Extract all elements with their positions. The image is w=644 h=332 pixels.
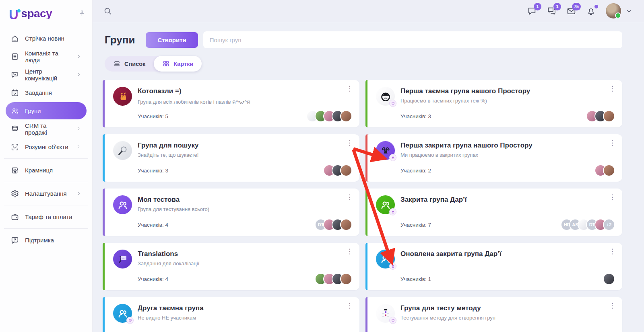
group-avatar: [376, 195, 395, 214]
members-avatar-stack: [586, 110, 615, 122]
card-menu-button[interactable]: ⋮: [344, 84, 355, 94]
logo-row: Uspacy: [0, 5, 92, 29]
communications-icon: [10, 70, 19, 79]
group-card-body: Перша закрита група нашого ПросторуМи пр…: [400, 141, 615, 176]
sidebar-item-label: Групи: [25, 107, 41, 114]
user-avatar[interactable]: [606, 3, 621, 18]
group-card[interactable]: Друга таємна групаНе видно НЕ учасникам⋮: [103, 297, 359, 332]
members-count-label: Учасників: 3: [400, 113, 431, 119]
cards-column: Котопазли =)Група для всіх любителів кот…: [103, 80, 359, 332]
sidebar-item-label: Центр комунікацій: [25, 68, 70, 82]
card-menu-button[interactable]: ⋮: [344, 246, 355, 256]
notifications-button[interactable]: [586, 6, 596, 16]
members-avatar-stack: DT: [315, 219, 352, 231]
group-card-members-row: Учасників: 4: [138, 273, 352, 285]
group-card[interactable]: TranslationsЗавдання для локалізаціїУчас…: [103, 243, 359, 290]
notification-badge: 1: [553, 3, 561, 10]
group-card[interactable]: Котопазли =)Група для всіх любителів кот…: [103, 80, 359, 127]
group-card-description: Група для всіх любителів котів і пазлів …: [138, 98, 352, 106]
group-card-body: Перша таємна група нашого ПросторуПрацює…: [400, 86, 615, 122]
card-menu-button[interactable]: ⋮: [344, 138, 355, 148]
sidebar-item-communications[interactable]: Центр комунікацій: [6, 66, 87, 83]
sidebar-item-groups[interactable]: Групи: [6, 102, 87, 119]
group-card-members-row: Учасників: 5: [138, 110, 352, 122]
sidebar-item-label: Підтримка: [25, 237, 54, 244]
group-card[interactable]: Оновлена закрита група Дар’їУчасників: 1…: [365, 243, 622, 290]
sidebar-item-company[interactable]: Компанія та люди: [6, 48, 87, 65]
sidebar-divider: [4, 182, 88, 182]
sidebar-item-billing[interactable]: Тариф та оплата: [6, 208, 87, 225]
group-card[interactable]: Перша таємна група нашого ПросторуПрацює…: [365, 80, 622, 127]
group-search-input[interactable]: [203, 31, 622, 48]
list-icon: [113, 60, 121, 68]
sidebar-item-crm[interactable]: CRM та продажі: [6, 120, 87, 137]
member-avatar: [340, 273, 352, 285]
page-title: Групи: [105, 34, 135, 46]
logo-text: spacy: [21, 8, 52, 19]
group-avatar: [376, 250, 395, 268]
group-card[interactable]: Перша закрита група нашого ПросторуМи пр…: [365, 134, 622, 182]
sidebar-item-tasks[interactable]: Завдання: [6, 84, 87, 101]
search-icon[interactable]: [103, 6, 112, 16]
group-avatar: [113, 141, 132, 160]
secret-icon: [389, 317, 396, 324]
card-menu-button[interactable]: ⋮: [344, 192, 355, 202]
group-card-body: TranslationsЗавдання для локалізаціїУчас…: [138, 249, 352, 285]
pin-sidebar-icon[interactable]: [78, 10, 86, 19]
tab-cards-view[interactable]: Картки: [154, 56, 202, 72]
group-card-title: Котопазли =): [138, 87, 352, 95]
group-card-members-row: Учасників: 3: [400, 110, 615, 122]
sidebar-item-support[interactable]: Підтримка: [6, 232, 87, 249]
sidebar-item-smart-objects[interactable]: Розумні об’єкти: [6, 138, 87, 156]
group-card-members-row: Учасників: 4DT: [138, 219, 352, 231]
group-card-members-row: Учасників: 2: [400, 164, 615, 176]
card-menu-button[interactable]: ⋮: [607, 84, 618, 94]
tab-list-label: Список: [124, 61, 145, 67]
sidebar-item-feed[interactable]: Стрічка новин: [6, 30, 87, 47]
group-chat-button[interactable]: 1: [547, 6, 557, 16]
group-card-members-row: Учасників: 1: [400, 273, 615, 285]
members-avatar-stack: HFASDT+2: [561, 219, 615, 231]
sidebar-nav: Стрічка новинКомпанія та людиЦентр комун…: [0, 29, 92, 249]
tasks-icon: [10, 88, 19, 97]
tab-list-view[interactable]: Список: [105, 56, 154, 72]
chevron-down-icon[interactable]: [625, 7, 633, 15]
notification-dot: [594, 5, 598, 8]
chevron-right-icon: [76, 144, 82, 150]
card-menu-button[interactable]: ⋮: [344, 301, 355, 311]
logo-letter-u: U: [9, 8, 18, 21]
group-card-members-row: Учасників: 7HFASDT+2: [400, 219, 615, 231]
sidebar-item-label: CRM та продажі: [25, 122, 70, 136]
members-count-label: Учасників: 4: [138, 222, 168, 228]
card-menu-button[interactable]: ⋮: [607, 246, 618, 256]
user-menu[interactable]: [606, 3, 633, 18]
members-avatar-stack: [603, 273, 615, 285]
group-card[interactable]: Закрита група Дар’їУчасників: 7HFASDT+2⋮: [365, 189, 622, 236]
groups-page: Групи Створити Список Картки Котопазли =…: [93, 22, 644, 332]
lock-icon: [389, 208, 396, 215]
members-count-label: Учасників: 4: [138, 276, 168, 282]
card-menu-button[interactable]: ⋮: [607, 192, 618, 202]
notification-badge: 75: [572, 3, 581, 10]
smart-objects-icon: [10, 143, 19, 152]
chat-button[interactable]: 1: [527, 6, 537, 16]
sidebar-item-label: Налаштування: [25, 190, 67, 197]
group-card[interactable]: Група для тесту методуТестування методу …: [365, 297, 622, 332]
group-card[interactable]: Моя тестоваГрупа для тестування всього)У…: [103, 189, 359, 236]
create-group-button[interactable]: Створити: [146, 32, 198, 48]
group-avatar: [376, 87, 395, 106]
uspacy-logo[interactable]: Uspacy: [9, 8, 52, 21]
group-card[interactable]: Група для пошукуЗнайдіть те, що шукаєте!…: [103, 134, 359, 182]
group-card-description: Знайдіть те, що шукаєте!: [138, 152, 352, 158]
group-card-body: Друга таємна групаНе видно НЕ учасникам: [138, 303, 352, 332]
mail-button[interactable]: 75: [566, 6, 576, 16]
groups-grid: Котопазли =)Група для всіх любителів кот…: [103, 80, 622, 332]
grid-icon: [162, 60, 170, 68]
group-avatar: [376, 141, 395, 160]
sidebar-item-shop[interactable]: Крамниця: [6, 162, 87, 179]
card-menu-button[interactable]: ⋮: [607, 138, 618, 148]
sidebar-item-settings[interactable]: Налаштування: [6, 185, 87, 202]
group-card-title: Друга таємна група: [138, 304, 352, 312]
chevron-right-icon: [76, 191, 82, 197]
card-menu-button[interactable]: ⋮: [607, 301, 618, 311]
